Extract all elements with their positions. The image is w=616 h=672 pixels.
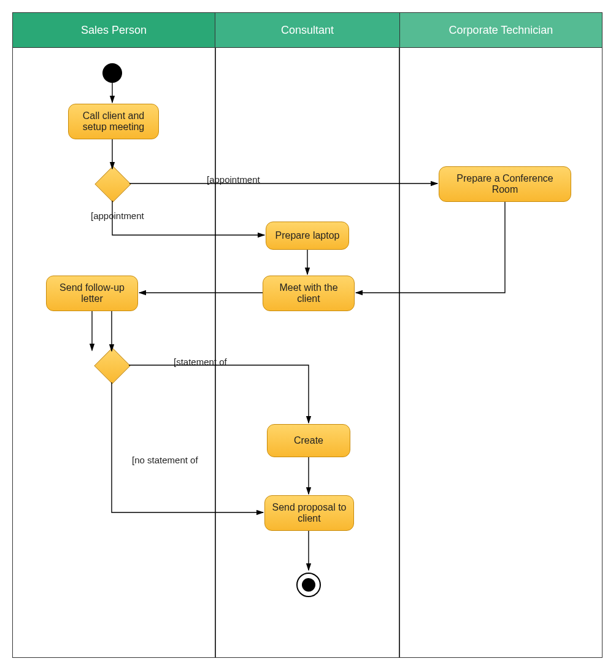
lane-divider [399, 47, 400, 657]
edge-label-appointment-1: [appointment [207, 174, 260, 185]
svg-line-7 [92, 311, 112, 351]
swimlane-header-consultant: Consultant [215, 13, 400, 47]
lane-divider [215, 47, 216, 657]
swimlane-header-row: Sales Person Consultant Corporate Techni… [13, 13, 602, 48]
end-node [296, 573, 321, 597]
edge-label-no-statement: [no statement of [132, 455, 198, 465]
decision-statement [94, 347, 130, 384]
activity-send-followup: Send follow-up letter [46, 276, 138, 311]
edge-label-statement: [statement of [174, 357, 227, 367]
activity-create: Create [267, 424, 350, 457]
swimlane-diagram: Sales Person Consultant Corporate Techni… [12, 12, 603, 658]
edge-label-appointment-2: [appointment [91, 210, 144, 221]
activity-prepare-conf-room: Prepare a Conference Room [439, 166, 571, 202]
swimlane-header-sales: Sales Person [13, 13, 215, 47]
activity-meet-client: Meet with the client [263, 276, 355, 311]
decision-appointment [94, 166, 131, 202]
activity-send-proposal: Send proposal to client [264, 495, 354, 531]
activity-prepare-laptop: Prepare laptop [266, 222, 349, 250]
start-node [102, 63, 122, 83]
swimlane-header-technician: Corporate Technician [400, 13, 602, 47]
activity-call-client: Call client and setup meeting [68, 104, 159, 139]
